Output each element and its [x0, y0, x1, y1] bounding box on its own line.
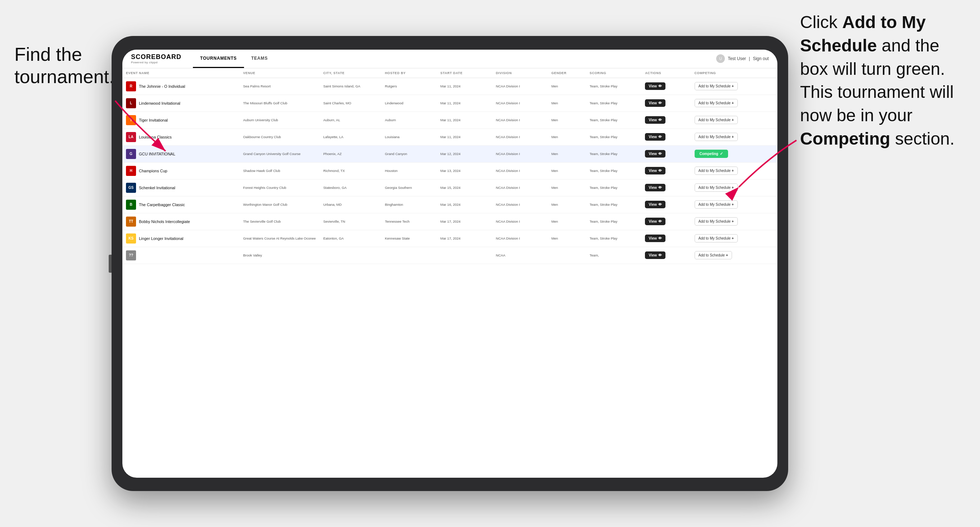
add-to-schedule-button[interactable]: Add to My Schedule +	[695, 167, 738, 175]
add-to-schedule-button[interactable]: Add to Schedule +	[695, 251, 732, 259]
header-competing: COMPETING	[691, 68, 778, 78]
tablet-side-button	[109, 255, 111, 273]
actions-cell: View 👁	[641, 196, 690, 213]
add-to-schedule-button[interactable]: Add to My Schedule +	[695, 183, 738, 192]
tab-tournaments[interactable]: TOURNAMENTS	[193, 50, 244, 68]
view-button[interactable]: View 👁	[645, 217, 665, 225]
table-row: GGCU INVITATIONALGrand Canyon University…	[123, 145, 777, 162]
venue-cell: Shadow Hawk Golf Club	[239, 162, 320, 179]
city-cell	[320, 247, 381, 264]
nav-divider: |	[749, 56, 750, 61]
view-button[interactable]: View 👁	[645, 251, 665, 259]
navbar: SCOREBOARD Powered by clippd TOURNAMENTS…	[123, 50, 777, 68]
view-button[interactable]: View 👁	[645, 167, 665, 175]
header-event: EVENT NAME	[123, 68, 239, 78]
date-cell	[437, 247, 492, 264]
venue-cell: Grand Canyon University Golf Course	[239, 145, 320, 162]
table-header-row: EVENT NAME VENUE CITY, STATE HOSTED BY S…	[123, 68, 777, 78]
date-cell: Mar 13, 2024	[437, 162, 492, 179]
city-cell: Sevierville, TN	[320, 213, 381, 230]
scoring-cell: Team, Stroke Play	[586, 78, 641, 95]
table-row: TTBobby Nichols IntercollegiateThe Sevie…	[123, 213, 777, 230]
city-cell: Auburn, AL	[320, 111, 381, 129]
competing-cell: Add to Schedule +	[691, 247, 778, 264]
date-cell: Mar 11, 2024	[437, 78, 492, 95]
scoring-cell: Team, Stroke Play	[586, 95, 641, 111]
scoring-cell: Team,	[586, 247, 641, 264]
competing-cell: Add to My Schedule +	[691, 95, 778, 111]
add-to-schedule-button[interactable]: Add to My Schedule +	[695, 82, 738, 90]
city-cell: Saint Simons Island, GA	[320, 78, 381, 95]
team-logo: G	[126, 149, 136, 159]
division-cell: NCAA Division I	[492, 213, 548, 230]
competing-cell: Add to My Schedule +	[691, 196, 778, 213]
division-cell: NCAA	[492, 247, 548, 264]
add-to-schedule-button[interactable]: Add to My Schedule +	[695, 200, 738, 209]
competing-cell: Add to My Schedule +	[691, 162, 778, 179]
competing-cell: Add to My Schedule +	[691, 179, 778, 196]
division-cell: NCAA Division I	[492, 78, 548, 95]
competing-cell: Add to My Schedule +	[691, 111, 778, 129]
gender-cell: Men	[548, 196, 586, 213]
division-cell: NCAA Division I	[492, 111, 548, 129]
gender-cell: Men	[548, 162, 586, 179]
date-cell: Mar 11, 2024	[437, 95, 492, 111]
date-cell: Mar 11, 2024	[437, 111, 492, 129]
add-to-schedule-button[interactable]: Add to My Schedule +	[695, 99, 738, 107]
add-to-schedule-button[interactable]: Add to My Schedule +	[695, 116, 738, 124]
scoring-cell: Team, Stroke Play	[586, 230, 641, 247]
venue-cell: Sea Palms Resort	[239, 78, 320, 95]
city-cell: Urbana, MD	[320, 196, 381, 213]
team-logo: L	[126, 98, 136, 108]
view-button[interactable]: View 👁	[645, 150, 665, 157]
hosted-cell: Lindenwood	[381, 95, 437, 111]
hosted-cell: Rutgers	[381, 78, 437, 95]
date-cell: Mar 17, 2024	[437, 230, 492, 247]
competing-cell: Competing ✓	[691, 145, 778, 162]
logo-text: SCOREBOARD	[131, 53, 181, 61]
table-row: HChampions CupShadow Hawk Golf ClubRichm…	[123, 162, 777, 179]
team-logo: R	[126, 81, 136, 91]
view-button[interactable]: View 👁	[645, 133, 665, 141]
date-cell: Mar 12, 2024	[437, 145, 492, 162]
tablet-screen: SCOREBOARD Powered by clippd TOURNAMENTS…	[123, 50, 777, 478]
signout-link[interactable]: Sign out	[753, 56, 769, 61]
header-hosted: HOSTED BY	[381, 68, 437, 78]
add-to-schedule-button[interactable]: Add to My Schedule +	[695, 234, 738, 243]
event-name: The Johnnie - O Individual	[139, 84, 185, 89]
city-cell: Phoenix, AZ	[320, 145, 381, 162]
view-button[interactable]: View 👁	[645, 184, 665, 191]
city-cell: Statesboro, GA	[320, 179, 381, 196]
venue-cell: Oakbourne Country Club	[239, 129, 320, 145]
view-button[interactable]: View 👁	[645, 201, 665, 208]
team-logo: T	[126, 115, 136, 125]
event-name: Champions Cup	[139, 169, 167, 173]
gender-cell: Men	[548, 179, 586, 196]
view-button[interactable]: View 👁	[645, 116, 665, 124]
event-name: Linger Longer Invitational	[139, 237, 183, 241]
event-name: The Carpetbagger Classic	[139, 203, 185, 207]
add-to-schedule-button[interactable]: Add to My Schedule +	[695, 133, 738, 141]
table-row: BThe Carpetbagger ClassicWorthington Man…	[123, 196, 777, 213]
team-logo: TT	[126, 217, 136, 227]
team-logo: ??	[126, 250, 136, 260]
team-logo: GS	[126, 183, 136, 193]
add-to-schedule-button[interactable]: Add to My Schedule +	[695, 217, 738, 225]
header-division: DIVISION	[492, 68, 548, 78]
header-gender: GENDER	[548, 68, 586, 78]
division-cell: NCAA Division I	[492, 196, 548, 213]
city-cell: Eatonton, GA	[320, 230, 381, 247]
scoring-cell: Team, Stroke Play	[586, 145, 641, 162]
table-row: LLindenwood InvitationalThe Missouri Blu…	[123, 95, 777, 111]
actions-cell: View 👁	[641, 247, 690, 264]
tab-teams[interactable]: TEAMS	[244, 50, 275, 68]
table-row: RThe Johnnie - O IndividualSea Palms Res…	[123, 78, 777, 95]
view-button[interactable]: View 👁	[645, 235, 665, 242]
scoring-cell: Team, Stroke Play	[586, 196, 641, 213]
header-scoring: SCORING	[586, 68, 641, 78]
view-button[interactable]: View 👁	[645, 99, 665, 107]
competing-button[interactable]: Competing ✓	[695, 150, 728, 158]
hosted-cell	[381, 247, 437, 264]
view-button[interactable]: View 👁	[645, 83, 665, 90]
scoring-cell: Team, Stroke Play	[586, 162, 641, 179]
